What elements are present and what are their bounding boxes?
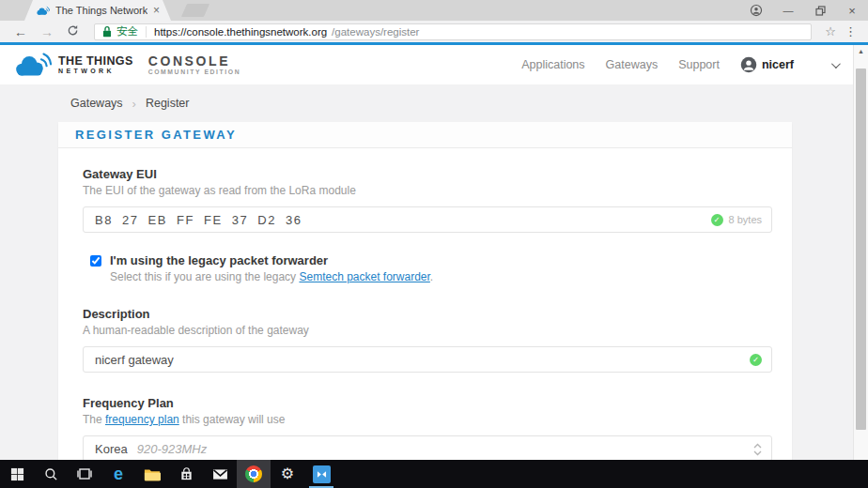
console-title: CONSOLE <box>148 54 240 69</box>
file-explorer-icon[interactable] <box>135 460 169 488</box>
secure-lock-icon <box>102 25 112 38</box>
avatar <box>740 56 757 73</box>
frequency-band: 920-923MHz <box>137 442 207 456</box>
browser-tab[interactable]: The Things Network C × <box>24 0 171 21</box>
user-menu[interactable]: nicerf <box>740 56 794 73</box>
back-icon[interactable]: ← <box>14 25 27 38</box>
reload-icon[interactable] <box>67 24 79 38</box>
divider <box>146 26 147 38</box>
bookmark-star-icon[interactable]: ☆ <box>825 24 836 38</box>
breadcrumb-gateways[interactable]: Gateways <box>70 97 123 110</box>
breadcrumb-register: Register <box>146 97 190 110</box>
frequency-plan-help: The frequency plan this gateway will use <box>83 413 772 426</box>
browser-menu-icon[interactable]: ⋮ <box>845 24 857 38</box>
forward-icon: → <box>40 25 54 38</box>
frequency-country: Korea <box>95 442 128 456</box>
chrome-icon[interactable] <box>237 460 271 488</box>
chevron-down-icon[interactable] <box>831 59 841 69</box>
gateway-eui-value: B8 27 EB FF FE 37 D2 36 <box>95 213 302 227</box>
edge-icon[interactable]: e <box>101 460 135 488</box>
search-icon[interactable] <box>34 460 68 488</box>
nav-applications[interactable]: Applications <box>521 58 584 71</box>
start-button[interactable] <box>0 460 34 488</box>
gateway-eui-label: Gateway EUI <box>83 148 772 181</box>
scroll-up-icon[interactable]: ▲ <box>854 48 868 54</box>
description-input[interactable]: nicerf gateway ✓ <box>83 346 772 373</box>
nav-gateways[interactable]: Gateways <box>606 58 659 71</box>
scrollbar-thumb[interactable] <box>856 69 866 430</box>
breadcrumb: Gateways › Register <box>0 84 853 122</box>
select-stepper-icon <box>752 441 763 458</box>
ttn-logo[interactable]: THE THINGS NETWORK CONSOLE COMMUNITY EDI… <box>13 52 240 78</box>
username: nicerf <box>762 58 794 71</box>
description-label: Description <box>83 307 772 321</box>
browser-toolbar: ← → 安全 https://console.thethingsnetwork.… <box>0 21 868 42</box>
ttn-favicon-icon <box>36 6 50 16</box>
settings-gear-icon[interactable]: ⚙ <box>271 460 304 488</box>
breadcrumb-separator-icon: › <box>132 97 136 111</box>
url-bar[interactable]: 安全 https://console.thethingsnetwork.org/… <box>94 23 812 40</box>
site-nav: Applications Gateways Support nicerf <box>521 45 838 84</box>
mail-icon[interactable] <box>203 460 237 488</box>
console-subtitle: COMMUNITY EDITION <box>148 69 240 75</box>
legacy-forwarder-checkbox[interactable] <box>90 255 101 267</box>
windows-taskbar: e ⚙ ∧ 英 M 14:04 2018/5/17 <box>0 460 868 488</box>
brand-name-top: THE THINGS <box>58 55 133 68</box>
frequency-plan-select[interactable]: Korea 920-923MHz <box>83 435 772 460</box>
site-header: THE THINGS NETWORK CONSOLE COMMUNITY EDI… <box>0 45 853 84</box>
gateway-eui-input[interactable]: B8 27 EB FF FE 37 D2 36 ✓ 8 bytes <box>83 206 772 233</box>
url-host: https://console.thethingsnetwork.org <box>154 26 327 38</box>
browser-profile-icon[interactable] <box>740 0 772 21</box>
browser-titlebar: The Things Network C × — × <box>0 0 868 21</box>
valid-check-icon: ✓ <box>711 214 723 226</box>
secure-label[interactable]: 安全 <box>116 24 138 38</box>
task-view-icon[interactable] <box>68 460 101 488</box>
brand-name-bottom: NETWORK <box>58 68 133 74</box>
window-restore-button[interactable] <box>804 0 836 21</box>
url-path: /gateways/register <box>332 26 419 38</box>
eui-bytes-badge: 8 bytes <box>729 214 762 225</box>
store-icon[interactable] <box>169 460 203 488</box>
tab-title: The Things Network C <box>55 5 147 16</box>
new-tab-button[interactable] <box>181 4 209 17</box>
description-help: A human-readable description of the gate… <box>83 324 772 337</box>
tab-close-icon[interactable]: × <box>153 5 160 16</box>
description-value: nicerf gateway <box>95 353 174 367</box>
gateway-eui-help: The EUI of the gateway as read from the … <box>83 184 772 197</box>
window-minimize-button[interactable]: — <box>772 0 804 21</box>
nav-support[interactable]: Support <box>678 58 720 71</box>
ttn-cloud-icon <box>13 52 53 78</box>
page-scrollbar[interactable]: ▲ <box>853 45 868 460</box>
screen: The Things Network C × — × ← <box>0 0 868 488</box>
blue-app-icon[interactable] <box>304 460 338 488</box>
window-close-button[interactable]: × <box>836 0 868 21</box>
page-title: REGISTER GATEWAY <box>75 128 237 142</box>
frequency-plan-link[interactable]: frequency plan <box>105 413 179 426</box>
semtech-forwarder-link[interactable]: Semtech packet forwarder <box>299 270 429 283</box>
register-gateway-card: REGISTER GATEWAY Gateway EUI The EUI of … <box>58 122 792 460</box>
legacy-forwarder-help: Select this if you are using the legacy … <box>110 270 433 283</box>
legacy-forwarder-label[interactable]: I'm using the legacy packet forwarder <box>110 253 433 267</box>
site-viewport: THE THINGS NETWORK CONSOLE COMMUNITY EDI… <box>0 45 853 460</box>
frequency-plan-label: Frequency Plan <box>83 396 772 410</box>
valid-check-icon: ✓ <box>750 354 762 366</box>
card-header: REGISTER GATEWAY <box>58 122 792 148</box>
